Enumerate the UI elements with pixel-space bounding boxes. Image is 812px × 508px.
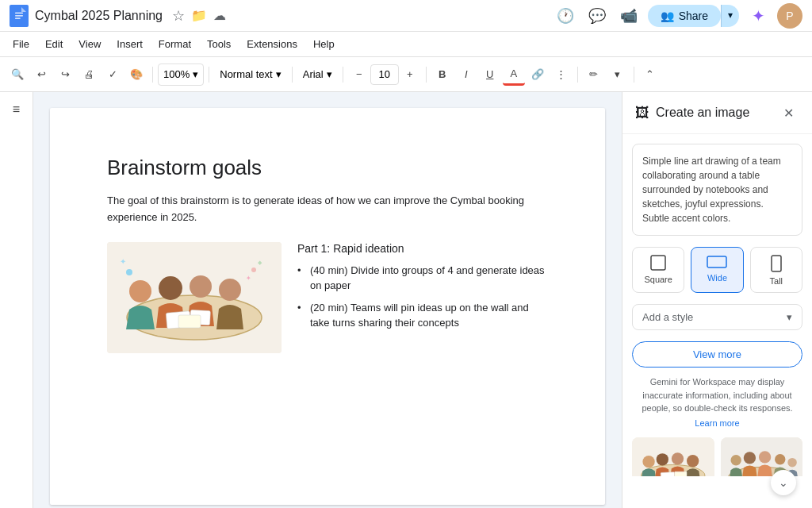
prompt-box[interactable]: Simple line art drawing of a team collab…: [632, 144, 802, 236]
content-right: Part 1: Rapid ideation (40 min) Divide i…: [297, 242, 548, 353]
svg-rect-18: [651, 256, 665, 270]
close-panel-button[interactable]: ✕: [777, 102, 799, 124]
bullet-item-1: (40 min) Divide into groups of 4 and gen…: [297, 263, 548, 294]
zoom-caret: ▾: [193, 68, 198, 80]
svg-point-9: [219, 279, 241, 301]
menu-file[interactable]: File: [6, 35, 36, 53]
print-button[interactable]: 🖨: [78, 64, 100, 86]
star-icon[interactable]: ☆: [172, 7, 185, 25]
menu-insert[interactable]: Insert: [110, 35, 149, 53]
svg-rect-12: [178, 315, 201, 328]
view-more-button[interactable]: View more: [632, 341, 802, 368]
zoom-dropdown[interactable]: 100% ▾: [158, 64, 204, 86]
user-avatar[interactable]: P: [777, 3, 802, 29]
history-button[interactable]: 🕐: [553, 3, 578, 29]
font-caret: ▾: [327, 68, 332, 80]
generated-image-1[interactable]: [632, 437, 714, 477]
font-size-value[interactable]: 10: [370, 64, 399, 85]
sep3: [292, 67, 293, 83]
undo-button[interactable]: ↩: [30, 64, 52, 86]
aspect-wide-button[interactable]: Wide: [691, 247, 743, 293]
svg-rect-20: [772, 256, 781, 271]
panel-title-text: Create an image: [656, 106, 749, 120]
collapse-toolbar-btn[interactable]: ⌃: [639, 64, 661, 86]
comments-button[interactable]: 💬: [584, 3, 610, 29]
disclaimer-text: Gemini for Workspace may display inaccur…: [632, 375, 802, 415]
menu-extensions[interactable]: Extensions: [240, 35, 304, 53]
svg-point-34: [775, 454, 785, 464]
document-area: Brainstorm goals The goal of this brains…: [33, 92, 622, 508]
menu-tools[interactable]: Tools: [201, 35, 237, 53]
menu-edit[interactable]: Edit: [39, 35, 69, 53]
pen-caret[interactable]: ▾: [607, 64, 629, 86]
intro-text[interactable]: The goal of this brainstorm is to genera…: [107, 193, 548, 226]
menu-help[interactable]: Help: [307, 35, 341, 53]
prompt-text: Simple line art drawing of a team collab…: [642, 156, 781, 224]
svg-point-33: [758, 451, 770, 463]
outline-toggle[interactable]: ≡: [6, 98, 28, 121]
style-selector[interactable]: Add a style ▾: [632, 304, 802, 330]
bold-button[interactable]: B: [431, 64, 454, 86]
svg-point-26: [687, 455, 699, 467]
style-selector-label: Add a style: [642, 311, 693, 323]
pen-button[interactable]: ✏: [583, 64, 605, 86]
brainstorm-title: Brainstorm goals: [107, 156, 548, 180]
aspect-ratio-row: Square Wide Tall: [632, 247, 802, 293]
style-dropdown[interactable]: Normal text ▾: [214, 64, 286, 86]
aspect-tall-label: Tall: [770, 276, 783, 286]
sep5: [426, 67, 427, 83]
share-label: Share: [679, 10, 708, 22]
title-bar: Cymbal 2025 Planning ☆ 📁 ☁ 🕐 💬 📹 👥 Share…: [0, 0, 812, 32]
zoom-value: 100%: [163, 68, 190, 80]
italic-button[interactable]: I: [455, 64, 477, 86]
section-title: Part 1: Rapid ideation: [297, 242, 548, 255]
scroll-to-bottom-button[interactable]: ⌄: [771, 470, 796, 495]
aspect-square-button[interactable]: Square: [632, 247, 684, 293]
redo-button[interactable]: ↪: [54, 64, 76, 86]
svg-point-14: [251, 267, 256, 272]
toolbar: 🔍 ↩ ↪ 🖨 ✓ 🎨 100% ▾ Normal text ▾ Arial ▾…: [0, 57, 812, 92]
more-button[interactable]: ⋮: [550, 64, 573, 86]
square-aspect-icon: [649, 254, 667, 271]
sep2: [209, 67, 209, 83]
menu-bar: File Edit View Insert Format Tools Exten…: [0, 32, 812, 57]
underline-button[interactable]: U: [479, 64, 501, 86]
sep6: [577, 67, 578, 83]
spellcheck-button[interactable]: ✓: [102, 64, 124, 86]
search-toolbar-btn[interactable]: 🔍: [6, 64, 29, 86]
font-dropdown[interactable]: Arial ▾: [297, 64, 338, 86]
content-row: ✦ ✦ ◆ Part 1: Rapid ideation (40 min) Di…: [107, 242, 548, 353]
title-actions: ☆ 📁 ☁: [172, 7, 226, 25]
menu-view[interactable]: View: [72, 35, 107, 53]
main-layout: ≡ Brainstorm goals The goal of this brai…: [0, 92, 812, 508]
paint-format-button[interactable]: 🎨: [125, 64, 147, 86]
share-button[interactable]: 👥 Share: [648, 5, 721, 27]
cloud-icon[interactable]: ☁: [213, 8, 226, 23]
gemini-button[interactable]: ✦: [745, 3, 771, 29]
aspect-tall-button[interactable]: Tall: [750, 247, 802, 293]
font-size-increase[interactable]: +: [399, 64, 421, 86]
svg-point-7: [159, 276, 182, 300]
sep4: [343, 67, 343, 83]
video-button[interactable]: 📹: [616, 3, 642, 29]
font-size-decrease[interactable]: −: [348, 64, 370, 86]
generated-images-grid: [632, 437, 802, 477]
svg-point-25: [672, 452, 684, 464]
svg-text:✦: ✦: [246, 275, 251, 282]
team-svg: ✦ ✦ ◆: [107, 242, 282, 353]
share-icon: 👥: [661, 10, 674, 22]
document-page: Brainstorm goals The goal of this brains…: [50, 108, 605, 505]
svg-point-24: [657, 453, 668, 465]
folder-icon[interactable]: 📁: [191, 8, 207, 23]
menu-format[interactable]: Format: [152, 35, 197, 53]
sep7: [634, 67, 634, 83]
share-caret[interactable]: ▾: [721, 5, 739, 27]
style-dropdown-caret: ▾: [787, 311, 792, 323]
text-color-button[interactable]: A: [503, 64, 525, 86]
svg-point-35: [787, 457, 797, 467]
generated-image-2[interactable]: [721, 437, 803, 477]
image-panel-icon: 🖼: [635, 105, 649, 121]
link-button[interactable]: 🔗: [527, 64, 549, 86]
learn-more-link[interactable]: Learn more: [632, 418, 802, 428]
tall-aspect-icon: [770, 254, 783, 273]
